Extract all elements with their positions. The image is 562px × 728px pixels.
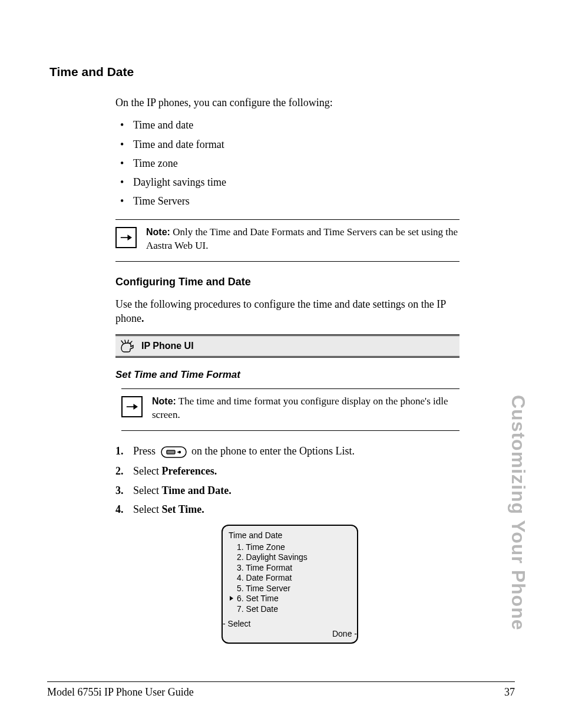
list-item: Time and date format <box>115 137 459 151</box>
screen-menu-item: 1. Time Zone <box>237 542 352 553</box>
note-label: Note: <box>146 227 170 237</box>
svg-marker-1 <box>128 235 133 241</box>
note-label: Note: <box>152 396 176 406</box>
svg-rect-5 <box>167 450 175 454</box>
intro-text: On the IP phones, you can configure the … <box>115 95 459 110</box>
hand-icon <box>119 340 135 353</box>
note-text: Note: Only the Time and Date Formats and… <box>146 226 459 253</box>
section-heading: Time and Date <box>49 65 459 79</box>
options-key-icon <box>161 445 187 459</box>
footer-title: Model 6755i IP Phone User Guide <box>47 686 194 699</box>
list-item: Daylight savings time <box>115 175 459 189</box>
subheading-set-time: Set Time and Time Format <box>115 368 459 382</box>
list-item: Time and date <box>115 118 459 132</box>
svg-point-8 <box>178 451 180 453</box>
svg-marker-3 <box>134 404 138 410</box>
step-item: Select Time and Date. <box>115 483 459 498</box>
configure-text: Use the following procedures to configur… <box>115 297 459 326</box>
step-item: Select Preferences. <box>115 464 459 478</box>
phone-screen-mock: Time and Date 1. Time Zone 2. Daylight S… <box>222 525 358 644</box>
screen-menu-item-selected: 6. Set Time <box>237 594 352 604</box>
ip-phone-ui-bar: IP Phone UI <box>115 334 459 358</box>
note-arrow-icon <box>121 396 143 417</box>
procedure-steps: Press on the phone to enter the Options … <box>115 444 459 516</box>
note-text: Note: The time and time format you confi… <box>152 395 459 422</box>
configure-list: Time and date Time and date format Time … <box>115 118 459 208</box>
screen-menu-item: 7. Set Date <box>237 604 352 615</box>
screen-menu: 1. Time Zone 2. Daylight Savings 3. Time… <box>237 542 352 615</box>
step-item: Press on the phone to enter the Options … <box>115 444 459 459</box>
step-item: Select Set Time. <box>115 502 459 516</box>
note-arrow-icon <box>115 227 137 248</box>
page-number: 37 <box>504 686 515 699</box>
side-tab-label: Customizing Your Phone <box>507 395 529 630</box>
subheading-configuring: Configuring Time and Date <box>115 275 459 289</box>
screen-menu-item: 4. Date Format <box>237 573 352 584</box>
screen-title: Time and Date <box>229 531 352 541</box>
note-block: Note: The time and time format you confi… <box>121 388 459 431</box>
screen-menu-item: 2. Daylight Savings <box>237 552 352 563</box>
note-block: Note: Only the Time and Date Formats and… <box>115 219 459 262</box>
note-body: Only the Time and Date Formats and Time … <box>146 226 458 251</box>
svg-rect-4 <box>161 447 186 457</box>
softkey-done: Done - <box>332 629 357 640</box>
footer-rule <box>47 681 515 682</box>
screen-menu-item: 3. Time Format <box>237 563 352 574</box>
softkey-select: - Select <box>223 619 250 630</box>
ip-phone-ui-label: IP Phone UI <box>141 340 194 353</box>
list-item: Time Servers <box>115 194 459 208</box>
screen-menu-item: 5. Time Server <box>237 584 352 594</box>
list-item: Time zone <box>115 156 459 170</box>
note-body: The time and time format you configure d… <box>152 396 448 420</box>
